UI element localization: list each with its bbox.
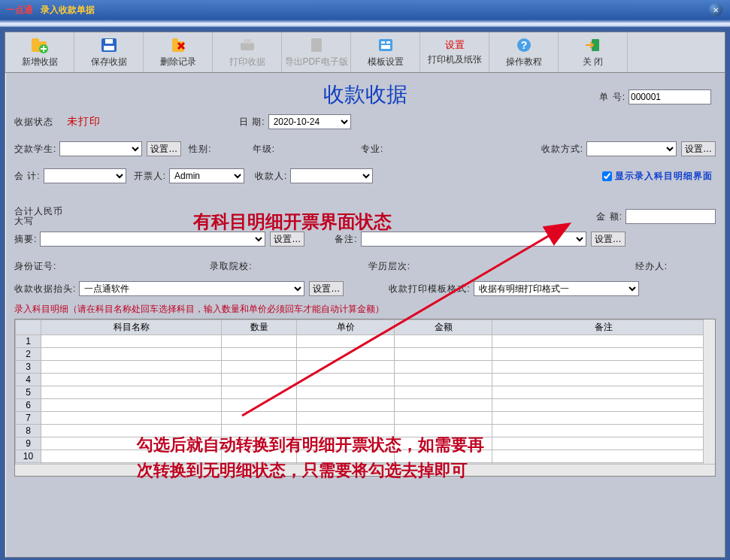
receipt-head-select[interactable]: 一点通软件 (79, 281, 304, 296)
school-label: 录取院校: (210, 260, 252, 273)
show-detail-label: 显示录入科目明细界面 (615, 170, 713, 183)
doc-no-input[interactable] (629, 89, 711, 104)
toolbar-label: 删除记录 (160, 56, 196, 68)
row-number: 7 (16, 412, 41, 425)
remark-select[interactable] (361, 232, 586, 247)
operator-label: 经办人: (635, 260, 668, 273)
pdf-icon (306, 36, 327, 54)
paymode-select[interactable] (586, 141, 677, 156)
svg-rect-4 (104, 46, 114, 50)
table-row[interactable]: 5 (16, 386, 715, 399)
toolbar-label: 新增收据 (22, 56, 58, 68)
receiver-select[interactable] (290, 168, 373, 183)
student-set-button[interactable]: 设置… (147, 141, 181, 156)
row-number: 6 (16, 399, 41, 412)
title-bar: 一点通 录入收款单据 ✕ (0, 0, 730, 20)
toolbar-setting-label: 设置 (445, 38, 465, 52)
receiver-label: 收款人: (255, 170, 287, 183)
table-row[interactable]: 7 (16, 412, 715, 425)
toolbar-label: 关 闭 (583, 56, 603, 68)
table-row[interactable]: 4 (16, 374, 715, 386)
table-row[interactable]: 6 (16, 399, 715, 412)
svg-rect-12 (381, 41, 385, 44)
col-amount: 金额 (395, 320, 492, 335)
idcard-label: 身份证号: (14, 260, 56, 273)
show-detail-checkbox[interactable] (602, 171, 612, 181)
row-number: 9 (16, 437, 41, 450)
save-receipt-button[interactable]: 保存收据 (74, 32, 144, 72)
window-title: 录入收款单据 (41, 4, 95, 17)
annotation-line: 勾选后就自动转换到有明细开票状态，如需要再 (137, 432, 603, 458)
svg-rect-14 (381, 45, 390, 49)
toolbar-label: 导出PDF电子版 (285, 56, 348, 68)
accountant-select[interactable] (44, 168, 126, 183)
row-number: 8 (16, 425, 41, 437)
print-tpl-select[interactable]: 收据有明细打印格式一 (474, 281, 639, 296)
date-label: 日 期: (239, 116, 265, 129)
amount-label: 金 额: (596, 210, 622, 223)
printer-paper-button[interactable]: 设置 打印机及纸张 (420, 32, 489, 72)
grade-label: 年级: (253, 143, 275, 156)
table-row[interactable]: 1 (16, 335, 715, 348)
toolbar-label: 模板设置 (368, 56, 404, 68)
major-label: 专业: (361, 143, 383, 156)
summary-label: 摘要: (14, 233, 37, 246)
toolbar-label: 打印收据 (229, 56, 265, 68)
remark-label: 备注: (335, 233, 357, 246)
edu-level-label: 学历层次: (368, 260, 410, 273)
row-number: 10 (16, 450, 41, 463)
receipt-head-set-button[interactable]: 设置… (309, 281, 344, 296)
student-select[interactable] (59, 141, 142, 156)
svg-rect-5 (105, 39, 113, 44)
col-subject: 科目名称 (41, 320, 222, 335)
detail-hint: 录入科目明细（请在科目名称处回车选择科目，输入数量和单价必须回车才能自动计算金额… (14, 303, 716, 316)
svg-rect-7 (172, 38, 178, 43)
annotation-text-2: 勾选后就自动转换到有明细开票状态，如需要再 次转换到无明细状态，只需要将勾选去掉… (137, 432, 603, 483)
summary-set-button[interactable]: 设置… (270, 232, 304, 247)
summary-select[interactable] (40, 232, 265, 247)
svg-text:?: ? (520, 39, 527, 51)
status-label: 收据状态 (14, 116, 53, 129)
row-number: 1 (16, 335, 41, 348)
svg-rect-13 (386, 41, 390, 44)
table-row[interactable]: 2 (16, 348, 715, 361)
toolbar-label: 保存收据 (91, 56, 127, 68)
accountant-label: 会 计: (14, 170, 41, 183)
export-pdf-button[interactable]: 导出PDF电子版 (282, 32, 351, 72)
row-number: 5 (16, 386, 41, 399)
drawer-select[interactable]: Admin (169, 168, 244, 183)
svg-rect-1 (32, 38, 39, 43)
annotation-line: 次转换到无明细状态，只需要将勾选去掉即可 (137, 458, 603, 483)
delete-record-button[interactable]: 删除记录 (144, 32, 213, 72)
print-tpl-label: 收款打印模板格式: (389, 283, 470, 295)
exit-icon (583, 36, 604, 54)
form-content: 收款收据 单 号: 收据状态 未打印 日 期: 2020-10-24 交款学生:… (5, 73, 725, 483)
save-icon (98, 36, 120, 54)
template-icon (375, 36, 396, 54)
toolbar-label: 打印机及纸张 (428, 53, 482, 66)
window-border (0, 20, 730, 27)
amount-input[interactable] (625, 209, 716, 224)
row-number: 3 (16, 361, 41, 374)
paymode-set-button[interactable]: 设置… (681, 141, 716, 156)
new-receipt-button[interactable]: 新增收据 (5, 32, 74, 72)
add-icon (29, 36, 50, 54)
date-select[interactable]: 2020-10-24 (268, 114, 351, 129)
close-button[interactable]: 关 闭 (559, 32, 628, 72)
toolbar-label: 操作教程 (506, 56, 542, 68)
app-name: 一点通 (6, 4, 33, 17)
col-price: 单价 (297, 320, 395, 335)
remark-set-button[interactable]: 设置… (591, 232, 625, 247)
table-row[interactable]: 3 (16, 361, 715, 374)
close-icon: ✕ (713, 6, 719, 14)
svg-rect-9 (244, 39, 251, 44)
print-receipt-button[interactable]: 打印收据 (213, 32, 282, 72)
template-setting-button[interactable]: 模板设置 (351, 32, 420, 72)
window-close-button[interactable]: ✕ (709, 3, 722, 17)
gender-label: 性别: (189, 143, 211, 156)
print-icon (237, 36, 258, 54)
grid-vertical-scrollbar[interactable] (703, 319, 715, 464)
tutorial-button[interactable]: ? 操作教程 (489, 32, 559, 72)
row-header-col (16, 320, 41, 335)
delete-icon (168, 36, 189, 54)
